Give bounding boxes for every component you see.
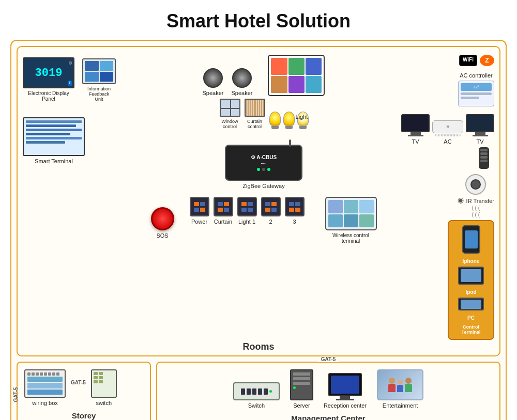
smart-terminal-label: Smart Terminal <box>35 158 73 164</box>
zigbee-gateway: ⚙ A-CBUS····· <box>225 145 302 181</box>
curtain-icon <box>245 99 265 117</box>
control-terminal-label: Control Terminal <box>453 324 489 335</box>
wb-pin <box>48 372 51 376</box>
pc-device <box>458 298 484 310</box>
light2-switch-body <box>261 197 281 216</box>
gateway-container: ⚙ A-CBUS····· ZigBee Gateway <box>225 145 302 189</box>
light2-switch-label: 2 <box>269 219 272 225</box>
left-panel: 3019 ⊙ T Electronic Display Panel <box>23 52 136 164</box>
server: Server <box>290 369 313 409</box>
ac-vent <box>435 134 461 136</box>
wireless-terminal-screen <box>325 197 377 230</box>
wt-cell <box>328 200 343 213</box>
people-silhouette <box>388 378 412 392</box>
ac-body: ❄ <box>432 120 463 133</box>
ac-controller-label: AC controller <box>460 72 493 79</box>
center-top-cluster: Speaker Speaker <box>203 55 325 96</box>
gat5-vertical-label: GAT-5 <box>13 387 19 402</box>
remote-control <box>479 147 489 169</box>
switch-box-body <box>91 369 117 398</box>
center-panel: Speaker Speaker <box>136 52 391 244</box>
tv1-base <box>408 135 423 136</box>
tv1-screen <box>401 114 430 132</box>
info-feedback-unit: InformationFeedbackUnit <box>82 58 116 102</box>
pc-label: PC <box>467 315 475 321</box>
mgmt-content: Switch Server <box>161 367 495 411</box>
switch-btn <box>194 208 199 212</box>
tv1-label: TV <box>412 138 419 145</box>
wt-cell <box>328 214 343 228</box>
sos-device: SOS <box>151 207 174 239</box>
switch-device-label: switch <box>96 400 112 406</box>
ir-transfer-label: IR Transfer <box>466 198 494 204</box>
light-group: Light <box>269 112 308 129</box>
curtain-control: Curtaincontrol <box>245 99 265 129</box>
tv2-base <box>473 135 488 136</box>
remote-btn-2 <box>480 152 488 155</box>
ir-camera-body <box>465 174 486 195</box>
switch-btn <box>289 208 294 212</box>
rooms-label: Rooms <box>242 341 274 352</box>
gat5-mgmt-label: GAT-5 <box>318 356 339 362</box>
monitor-base <box>336 399 354 400</box>
switch-btn <box>224 208 229 212</box>
switch-btn <box>248 208 253 212</box>
light-bulb-1 <box>269 112 281 129</box>
switch-btn <box>295 208 300 212</box>
speaker2-label: Speaker <box>232 90 253 96</box>
wiring-box-body <box>24 369 66 398</box>
wiring-box-label: wiring box <box>32 400 58 406</box>
switch-btn <box>194 202 199 206</box>
switch-btn <box>271 202 277 206</box>
iphone-label: Iphone <box>463 258 480 264</box>
z-wave-icon: Z <box>485 57 489 64</box>
ac-ctrl-device: 72° <box>458 81 494 106</box>
switch-btn <box>218 202 223 206</box>
wb-pin <box>52 372 55 376</box>
left-top-row: 3019 ⊙ T Electronic Display Panel <box>23 57 116 102</box>
wb-pin <box>27 372 31 376</box>
light1-switch: Light 1 <box>237 197 257 225</box>
reception-monitor <box>328 373 362 396</box>
remote-btn-3 <box>480 156 488 159</box>
server-light <box>293 386 296 389</box>
ir-lens <box>470 179 481 190</box>
ir-transfer: ◉ IR Transfer ( ( ( ( ( ( <box>458 174 494 217</box>
switch-btn <box>271 208 277 212</box>
pc-screen <box>461 300 481 309</box>
wb-pin <box>36 372 39 376</box>
person-2 <box>397 380 403 392</box>
speaker1-label: Speaker <box>203 90 224 96</box>
main-diagram: 3019 ⊙ T Electronic Display Panel <box>10 40 507 420</box>
wb-pin <box>32 372 35 376</box>
speaker1-icon <box>203 68 223 88</box>
wifi-badge: WiFi <box>459 55 477 66</box>
window-icon <box>220 99 240 117</box>
ac-unit-label: AC <box>444 138 451 145</box>
gateway-antenna <box>289 139 291 147</box>
sb-port <box>99 380 103 383</box>
gateway-lights <box>257 168 270 171</box>
wt-cell <box>359 214 374 228</box>
iphone-screen <box>465 230 478 248</box>
switch-btn <box>218 208 223 212</box>
wifi-icon: WiFi <box>463 57 474 63</box>
wb-pin <box>56 372 59 376</box>
server-label: Server <box>293 402 310 409</box>
control-tablet-device <box>268 55 325 96</box>
wb-pin <box>40 372 43 376</box>
management-center: GAT-5 Switch <box>156 362 500 420</box>
page-title: Smart Hotel Solution <box>166 10 351 32</box>
server-drive-1 <box>293 372 310 376</box>
server-drive-3 <box>293 382 310 385</box>
wireless-terminal-label: Wireless control terminal <box>325 232 377 244</box>
person-body-1 <box>388 384 396 392</box>
ipod-screen <box>461 269 481 282</box>
person-3 <box>405 378 412 392</box>
control-tablet <box>268 55 325 96</box>
display-badge: T <box>68 81 72 86</box>
switches-row: Power <box>190 197 305 225</box>
gateway-light-3 <box>267 168 270 171</box>
storey-label: Storey <box>22 411 146 420</box>
light-label: Light <box>296 114 308 120</box>
